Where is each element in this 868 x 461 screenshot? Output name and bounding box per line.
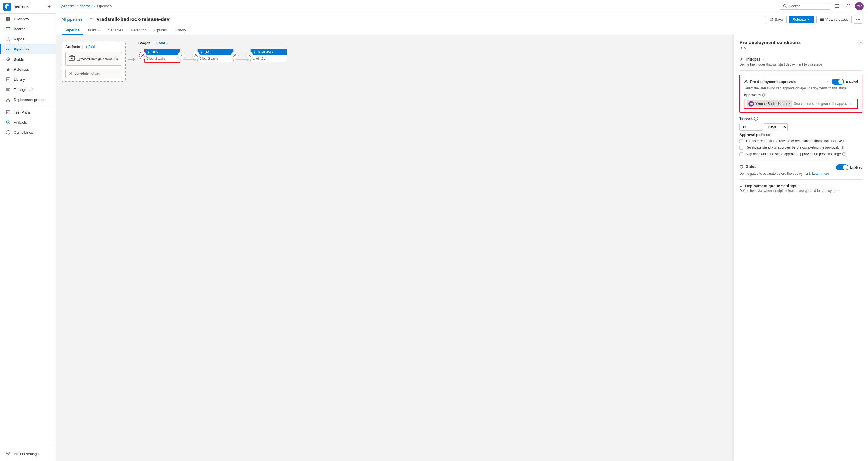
policy-3-info-icon[interactable]: i xyxy=(842,152,846,156)
tab-history[interactable]: History xyxy=(171,26,190,35)
stages-add-button[interactable]: + Add xyxy=(156,41,169,45)
person-settings-icon xyxy=(141,54,145,57)
svg-rect-11 xyxy=(6,49,7,50)
more-options-button[interactable]: ••• xyxy=(854,15,862,24)
svg-rect-13 xyxy=(8,49,9,50)
view-switcher-button[interactable] xyxy=(833,2,842,11)
user-avatar[interactable]: YR xyxy=(855,2,864,10)
triggers-section-header[interactable]: Triggers xyxy=(739,57,862,61)
save-button[interactable]: Save xyxy=(766,16,787,23)
queue-title: Deployment queue settings xyxy=(745,184,796,188)
svg-point-59 xyxy=(745,80,746,82)
approvals-toggle[interactable] xyxy=(832,79,844,85)
view-releases-button[interactable]: View releases xyxy=(816,16,852,23)
dev-pre-deployment-button[interactable] xyxy=(139,52,147,59)
policy-item-3: Skip approval if the same approver appro… xyxy=(739,152,862,156)
approvals-box: Pre-deployment approvals Enabled Select … xyxy=(739,75,862,113)
breadcrumb-pipelines: Pipelines xyxy=(97,4,112,8)
timeout-row: Days Hours Minutes Weeks xyxy=(739,123,862,131)
qa-pre-deployment-button[interactable] xyxy=(192,52,200,59)
approvers-info-icon[interactable]: i xyxy=(763,93,766,97)
deployment-groups-icon xyxy=(5,97,11,103)
qa-post-deployment-button[interactable] xyxy=(231,52,239,59)
svg-rect-43 xyxy=(820,18,824,19)
sidebar-item-builds[interactable]: Builds xyxy=(0,54,56,64)
approvals-title: Pre-deployment approvals xyxy=(750,80,824,84)
svg-point-10 xyxy=(9,39,10,41)
sidebar-item-project-settings[interactable]: Project settings xyxy=(0,449,56,459)
timeout-value-input[interactable] xyxy=(739,124,762,131)
stage-node-qa: QA 1 job, 2 tasks xyxy=(197,49,234,62)
approver-field[interactable]: YR Yvonne Radsmikham × xyxy=(744,99,858,109)
timeout-unit-select[interactable]: Days Hours Minutes Weeks xyxy=(764,123,787,131)
sidebar-item-library[interactable]: Library xyxy=(0,74,56,84)
notifications-button[interactable] xyxy=(844,2,853,11)
tab-retention[interactable]: Retention xyxy=(127,26,151,35)
svg-rect-4 xyxy=(6,27,10,28)
tab-tasks[interactable]: Tasks xyxy=(84,26,104,35)
release-button[interactable]: Release xyxy=(789,16,814,23)
svg-point-24 xyxy=(6,100,7,102)
policy-checkbox-2[interactable] xyxy=(739,146,743,150)
search-icon xyxy=(783,4,787,8)
policy-2-info-icon[interactable]: i xyxy=(841,146,844,149)
policy-checkbox-1[interactable] xyxy=(739,139,743,143)
gates-title: Gates xyxy=(746,164,831,169)
sidebar-item-overview[interactable]: Overview xyxy=(0,14,56,24)
approvals-toggle-label: Enabled xyxy=(845,80,858,84)
approvals-description: Select the users who can approve or reje… xyxy=(744,86,858,90)
timeout-info-icon[interactable]: i xyxy=(754,117,758,121)
queue-header[interactable]: Deployment queue settings xyxy=(739,184,862,188)
svg-point-23 xyxy=(7,97,9,99)
breadcrumb-chevron: › xyxy=(86,18,87,21)
breadcrumb-org: yvradsmi xyxy=(61,4,75,8)
svg-point-51 xyxy=(142,54,144,56)
tab-variables[interactable]: Variables xyxy=(104,26,127,35)
gates-icon xyxy=(739,165,743,169)
staging-pre-deployment-button[interactable] xyxy=(245,52,253,59)
sidebar-item-compliance[interactable]: Compliance xyxy=(0,127,56,137)
svg-point-58 xyxy=(254,52,255,53)
sidebar-header: bedrock + xyxy=(0,0,56,14)
stage-card-dev[interactable]: DEV 1 job, 2 tasks xyxy=(144,49,180,62)
pipeline-title: yradsmik-bedrock-release-dev xyxy=(97,17,169,23)
all-pipelines-link[interactable]: All pipelines xyxy=(62,17,83,22)
schedule-card-inner: Schedule not set xyxy=(65,69,122,78)
sidebar-item-task-groups[interactable]: Task groups xyxy=(0,84,56,94)
compliance-icon xyxy=(5,129,11,135)
stages-container: Stages | + Add xyxy=(138,41,728,62)
sidebar-item-deployment-groups[interactable]: Deployment groups xyxy=(0,94,56,105)
sidebar-item-releases[interactable]: Releases xyxy=(0,64,56,74)
sidebar-item-repos[interactable]: Repos xyxy=(0,34,56,44)
panel-close-button[interactable]: × xyxy=(859,40,862,46)
artifacts-box: Artifacts | + Add _yradsmikham.go-docker… xyxy=(62,41,126,82)
timeout-label: Timeout xyxy=(739,117,752,121)
svg-rect-6 xyxy=(6,30,9,30)
approver-remove-button[interactable]: × xyxy=(788,102,790,106)
dev-post-deployment-button[interactable] xyxy=(178,52,185,59)
gates-toggle[interactable] xyxy=(836,164,848,171)
search-box[interactable]: Search xyxy=(780,2,831,9)
stage-jobs-qa: 1 job, 2 tasks xyxy=(200,57,218,60)
approver-search-input[interactable] xyxy=(794,102,855,106)
stages-add-dropdown-icon xyxy=(166,42,169,45)
sidebar-item-task-groups-label: Task groups xyxy=(14,87,33,92)
sidebar-item-test-plans[interactable]: Test Plans xyxy=(0,107,56,117)
tab-pipeline[interactable]: Pipeline xyxy=(62,26,84,35)
artifact-icon xyxy=(68,55,75,63)
tab-options[interactable]: Options xyxy=(151,26,171,35)
stage-card-staging[interactable]: STAGING 1 job, 2 t... xyxy=(250,49,287,62)
gates-learn-more-link[interactable]: Learn more xyxy=(812,172,829,176)
sidebar-item-pipelines[interactable]: Pipelines xyxy=(0,44,56,54)
stage-card-qa[interactable]: QA 1 job, 2 tasks xyxy=(197,49,234,62)
breadcrumb-sep-1: / xyxy=(77,4,78,8)
svg-rect-22 xyxy=(6,90,9,91)
connector-qa-staging xyxy=(237,59,248,60)
artifacts-add-button[interactable]: + Add xyxy=(86,45,95,49)
sidebar-item-boards[interactable]: Boards xyxy=(0,24,56,34)
approver-avatar: YR xyxy=(748,101,754,107)
policy-checkbox-3[interactable] xyxy=(739,152,743,156)
gates-header[interactable]: Gates xyxy=(739,164,836,169)
add-project-button[interactable]: + xyxy=(46,4,52,10)
sidebar-item-artifacts[interactable]: Artifacts xyxy=(0,117,56,127)
